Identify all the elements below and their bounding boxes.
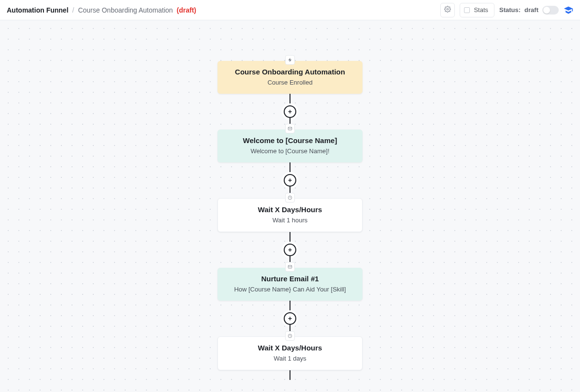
breadcrumb-separator: /	[72, 6, 74, 14]
connector-line	[290, 232, 290, 244]
stats-button[interactable]: Stats	[460, 3, 494, 17]
connector-line	[290, 94, 290, 105]
graduation-cap-icon[interactable]	[564, 5, 573, 15]
node-subtitle: Welcome to [Course Name]!	[226, 147, 354, 155]
checkbox-icon	[464, 7, 470, 13]
node-title: Course Onboarding Automation	[226, 68, 354, 76]
topbar-actions: Stats Status: draft	[440, 3, 573, 17]
mail-icon	[285, 262, 295, 272]
status-toggle[interactable]	[542, 6, 559, 15]
add-step-button[interactable]	[284, 312, 296, 325]
status-value: draft	[524, 6, 538, 14]
status-indicator: Status: draft	[499, 6, 559, 15]
clock-icon	[285, 193, 295, 203]
stats-label: Stats	[474, 6, 488, 14]
breadcrumb-draft-label: (draft)	[177, 6, 196, 14]
node-subtitle: Wait 1 days	[227, 355, 353, 362]
flow-canvas[interactable]: Course Onboarding Automation Course Enro…	[0, 20, 580, 392]
add-step-button[interactable]	[284, 105, 296, 118]
node-trigger[interactable]: Course Onboarding Automation Course Enro…	[218, 61, 362, 94]
node-email-welcome[interactable]: Welcome to [Course Name] Welcome to [Cou…	[218, 130, 362, 162]
add-step-button[interactable]	[284, 244, 296, 256]
mail-icon	[285, 124, 295, 133]
clock-icon	[285, 331, 295, 341]
svg-point-0	[447, 8, 449, 10]
bolt-icon	[285, 55, 295, 65]
node-subtitle: Course Enrolled	[226, 79, 354, 86]
node-subtitle: How [Course Name} Can Aid Your [Skill]	[226, 286, 354, 293]
connector-line	[290, 162, 290, 174]
node-title: Welcome to [Course Name]	[226, 136, 354, 145]
add-step-button[interactable]	[284, 174, 296, 187]
node-title: Wait X Days/Hours	[227, 344, 353, 352]
top-bar: Automation Funnel / Course Onboarding Au…	[0, 0, 580, 20]
breadcrumb: Automation Funnel / Course Onboarding Au…	[7, 6, 196, 14]
gear-icon	[444, 6, 451, 14]
status-prefix: Status:	[499, 6, 521, 14]
node-email-nurture-1[interactable]: Nurture Email #1 How [Course Name} Can A…	[218, 268, 362, 301]
node-title: Wait X Days/Hours	[227, 205, 353, 214]
breadcrumb-root[interactable]: Automation Funnel	[7, 6, 69, 14]
settings-button[interactable]	[440, 3, 455, 17]
flow-column: Course Onboarding Automation Course Enro…	[218, 61, 362, 380]
connector-line	[290, 301, 290, 312]
node-title: Nurture Email #1	[226, 275, 354, 283]
connector-line	[290, 370, 290, 380]
node-wait-2[interactable]: Wait X Days/Hours Wait 1 days	[218, 336, 362, 370]
node-subtitle: Wait 1 hours	[227, 217, 353, 224]
node-wait-1[interactable]: Wait X Days/Hours Wait 1 hours	[218, 198, 362, 232]
breadcrumb-current: Course Onboarding Automation	[78, 6, 173, 14]
